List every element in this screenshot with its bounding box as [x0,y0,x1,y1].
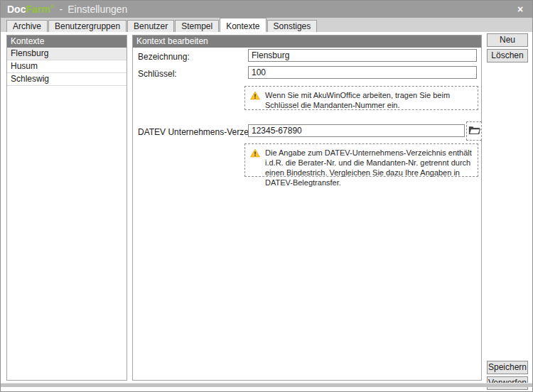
list-item-schleswig[interactable]: Schleswig [7,73,126,86]
bezeichnung-label: Bezeichnung: [138,52,190,62]
tab-kontexte[interactable]: Kontexte [220,18,266,32]
kontext-editor-panel: Kontext bearbeiten Bezeichnung: Schlüsse… [132,35,482,381]
list-item-husum[interactable]: Husum [7,60,126,73]
schluessel-note: Wenn Sie mit AkuWinOffice arbeiten, trag… [244,86,478,110]
bezeichnung-input[interactable] [248,49,477,62]
window-title: Einstellungen [68,4,127,15]
title-separator: - [60,4,63,15]
content-area: Kontexte Flensburg Husum Schleswig Konte… [1,32,532,387]
datev-note: Die Angabe zum DATEV-Unternehmens-Verzei… [244,143,478,177]
list-item-flensburg[interactable]: Flensburg [7,48,126,60]
brand-farm: Farm [26,4,50,15]
tab-strip: Archive Benutzergruppen Benutzer Stempel… [1,18,532,32]
warning-icon [250,148,260,160]
close-icon[interactable]: × [515,4,526,15]
loeschen-button[interactable]: Löschen [487,49,528,62]
datev-input[interactable] [248,124,465,137]
speichern-button[interactable]: Speichern [487,361,528,374]
app-logo: DocFarm® [7,4,55,15]
browse-directory-button[interactable] [466,121,482,141]
titlebar: DocFarm® - Einstellungen × [1,1,532,18]
tab-benutzergruppen[interactable]: Benutzergruppen [48,20,126,32]
kontexte-panel-header: Kontexte [7,36,126,48]
brand-doc: Doc [7,4,26,15]
tab-archive[interactable]: Archive [6,20,48,32]
editor-panel-header: Kontext bearbeiten [133,36,481,48]
datev-note-text: Die Angabe zum DATEV-Unternehmens-Verzei… [265,148,472,187]
warning-icon [250,91,260,102]
neu-button[interactable]: Neu [487,33,528,47]
schluessel-label: Schlüssel: [138,69,177,79]
tab-stempel[interactable]: Stempel [175,20,219,32]
tab-benutzer[interactable]: Benutzer [127,20,174,32]
window-bottom-edge [1,383,532,387]
registered-mark: ® [50,4,55,10]
tab-sonstiges[interactable]: Sonstiges [267,20,318,32]
kontexte-list-panel: Kontexte Flensburg Husum Schleswig [6,35,127,381]
schluessel-input[interactable] [248,66,477,79]
schluessel-note-text: Wenn Sie mit AkuWinOffice arbeiten, trag… [265,91,450,109]
settings-window: DocFarm® - Einstellungen × Archive Benut… [0,0,533,392]
open-folder-icon [468,125,480,137]
